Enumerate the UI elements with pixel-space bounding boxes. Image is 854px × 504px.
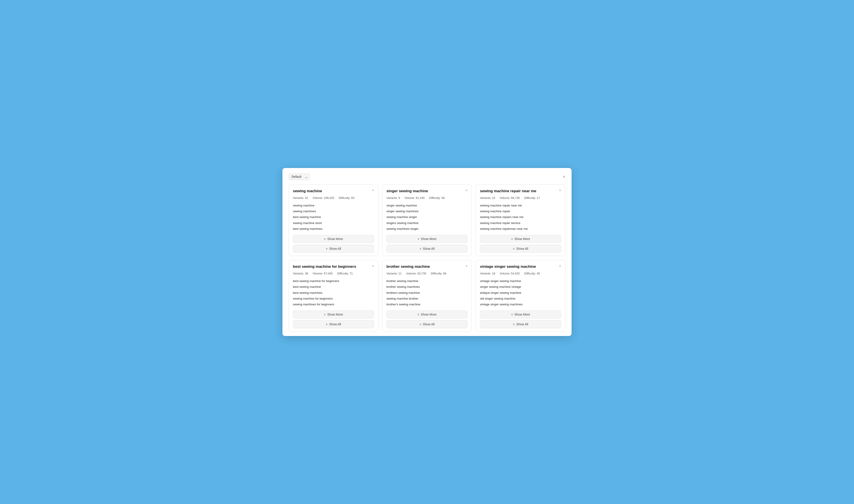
variants-label: Variants: 9 bbox=[386, 196, 400, 200]
keyword-item: sewing machine for beginners bbox=[293, 296, 374, 302]
keyword-item: sewing machine repair near me bbox=[480, 203, 561, 209]
show-all-label: Show All bbox=[516, 322, 528, 326]
card-header: brother sewing machine × bbox=[386, 264, 468, 269]
card-header: best sewing machine for beginners × bbox=[293, 264, 374, 269]
card-header: sewing machine × bbox=[293, 189, 374, 194]
cards-grid: sewing machine × Variants: 32 Volume: 19… bbox=[289, 184, 565, 332]
card-sewing-machine: sewing machine × Variants: 32 Volume: 19… bbox=[289, 184, 378, 256]
chevron-down-icon: ∨ bbox=[324, 237, 326, 240]
show-more-button[interactable]: ∨ Show More bbox=[386, 310, 468, 319]
card-singer-sewing-machine: singer sewing machine × Variants: 9 Volu… bbox=[382, 184, 472, 256]
sort-wrapper[interactable]: DefaultVolumeDifficultyVariants bbox=[289, 173, 310, 180]
show-all-button[interactable]: ∨ Show All bbox=[480, 320, 561, 328]
show-more-button[interactable]: ∨ Show More bbox=[293, 235, 374, 243]
volume-label: Volume: 67,040 bbox=[312, 272, 332, 275]
show-all-label: Show All bbox=[423, 247, 435, 250]
sort-select[interactable]: DefaultVolumeDifficultyVariants bbox=[289, 173, 310, 180]
difficulty-label: Difficulty: 83 bbox=[339, 196, 354, 200]
keyword-item: sewing machine store bbox=[293, 220, 374, 226]
show-more-button[interactable]: ∨ Show More bbox=[480, 235, 561, 243]
chevron-down-icon: ∨ bbox=[326, 323, 328, 326]
keyword-list: best sewing machine for beginnersbest se… bbox=[293, 278, 374, 307]
modal-header: DefaultVolumeDifficultyVariants × bbox=[289, 173, 565, 180]
card-close-button[interactable]: × bbox=[559, 264, 561, 268]
keyword-item: old singer sewing machine bbox=[480, 296, 561, 302]
card-header: vintage singer sewing machine × bbox=[480, 264, 561, 269]
keyword-item: sewing machine bbox=[293, 203, 374, 209]
show-all-button[interactable]: ∨ Show All bbox=[480, 245, 561, 253]
chevron-down-icon: ∨ bbox=[417, 237, 419, 240]
keyword-item: sewing machine brother bbox=[386, 296, 468, 302]
show-all-button[interactable]: ∨ Show All bbox=[293, 320, 374, 328]
variants-label: Variants: 32 bbox=[293, 196, 308, 200]
card-meta: Variants: 15 Volume: 68,730 Difficulty: … bbox=[480, 196, 561, 200]
chevron-down-icon: ∨ bbox=[419, 323, 421, 326]
keyword-item: best sewing machine bbox=[293, 284, 374, 290]
show-more-button[interactable]: ∨ Show More bbox=[386, 235, 468, 243]
show-more-label: Show More bbox=[515, 313, 530, 316]
difficulty-label: Difficulty: 71 bbox=[337, 272, 353, 275]
keyword-item: sewing machine singer bbox=[386, 214, 468, 220]
card-title: singer sewing machine bbox=[386, 189, 466, 194]
keyword-item: brother sewing machine bbox=[386, 278, 468, 284]
show-more-button[interactable]: ∨ Show More bbox=[480, 310, 561, 319]
card-title: sewing machine bbox=[293, 189, 372, 194]
card-vintage-singer-sewing-machine: vintage singer sewing machine × Variants… bbox=[476, 260, 565, 331]
card-close-button[interactable]: × bbox=[559, 189, 561, 192]
difficulty-label: Difficulty: 66 bbox=[431, 272, 446, 275]
show-more-label: Show More bbox=[327, 237, 343, 241]
volume-label: Volume: 54,020 bbox=[500, 272, 520, 275]
keyword-item: best sewing machine for beginners bbox=[293, 278, 374, 284]
card-title: vintage singer sewing machine bbox=[480, 264, 559, 269]
card-close-button[interactable]: × bbox=[466, 189, 468, 192]
card-close-button[interactable]: × bbox=[372, 264, 374, 268]
keyword-list: singer sewing machinesinger sewing machi… bbox=[386, 203, 468, 232]
variants-label: Variants: 18 bbox=[480, 272, 495, 275]
difficulty-label: Difficulty: 40 bbox=[524, 272, 540, 275]
keyword-item: sewing machine repair service bbox=[480, 220, 561, 226]
keyword-item: best sewing machine bbox=[293, 214, 374, 220]
show-all-label: Show All bbox=[329, 322, 341, 326]
keyword-item: sewing machine repairs near me bbox=[480, 214, 561, 220]
card-close-button[interactable]: × bbox=[466, 264, 468, 268]
card-close-button[interactable]: × bbox=[372, 189, 374, 192]
show-all-label: Show All bbox=[423, 322, 435, 326]
card-best-sewing-machine-beginners: best sewing machine for beginners × Vari… bbox=[289, 260, 378, 331]
keyword-list: sewing machine repair near mesewing mach… bbox=[480, 203, 561, 232]
show-all-button[interactable]: ∨ Show All bbox=[293, 245, 374, 253]
volume-label: Volume: 199,320 bbox=[312, 196, 334, 200]
card-meta: Variants: 32 Volume: 199,320 Difficulty:… bbox=[293, 196, 374, 200]
chevron-down-icon: ∨ bbox=[326, 247, 328, 250]
difficulty-label: Difficulty: 66 bbox=[429, 196, 445, 200]
keyword-list: vintage singer sewing machinesinger sewi… bbox=[480, 278, 561, 307]
chevron-down-icon: ∨ bbox=[417, 313, 419, 316]
card-sewing-machine-repair: sewing machine repair near me × Variants… bbox=[476, 184, 565, 256]
show-more-button[interactable]: ∨ Show More bbox=[293, 310, 374, 319]
card-header: sewing machine repair near me × bbox=[480, 189, 561, 194]
keyword-item: sewing machines singer bbox=[386, 226, 468, 232]
show-more-label: Show More bbox=[515, 237, 530, 241]
keyword-item: brothers sewing machine bbox=[386, 290, 468, 296]
keyword-list: brother sewing machinebrother sewing mac… bbox=[386, 278, 468, 307]
keyword-item: singer sewing machine bbox=[386, 203, 468, 209]
show-all-button[interactable]: ∨ Show All bbox=[386, 320, 468, 328]
show-more-label: Show More bbox=[327, 313, 343, 316]
keyword-item: singers sewing machine bbox=[386, 220, 468, 226]
show-more-label: Show More bbox=[421, 237, 437, 241]
keyword-item: vintage singer sewing machines bbox=[480, 302, 561, 307]
card-meta: Variants: 11 Volume: 63,730 Difficulty: … bbox=[386, 272, 468, 275]
show-all-button[interactable]: ∨ Show All bbox=[386, 245, 468, 253]
modal-overlay: DefaultVolumeDifficultyVariants × sewing… bbox=[282, 168, 572, 336]
keyword-item: best sewing machines bbox=[293, 226, 374, 232]
keyword-item: vintage singer sewing machine bbox=[480, 278, 561, 284]
volume-label: Volume: 68,730 bbox=[500, 196, 520, 200]
variants-label: Variants: 15 bbox=[480, 196, 495, 200]
keyword-modal: DefaultVolumeDifficultyVariants × sewing… bbox=[282, 168, 572, 336]
card-title: sewing machine repair near me bbox=[480, 189, 559, 194]
card-meta: Variants: 9 Volume: 81,190 Difficulty: 6… bbox=[386, 196, 468, 200]
keyword-list: sewing machinesewing machinesbest sewing… bbox=[293, 203, 374, 232]
card-meta: Variants: 18 Volume: 54,020 Difficulty: … bbox=[480, 272, 561, 275]
modal-close-button[interactable]: × bbox=[563, 175, 565, 179]
keyword-item: brother's sewing machine bbox=[386, 302, 468, 307]
chevron-down-icon: ∨ bbox=[324, 313, 326, 316]
